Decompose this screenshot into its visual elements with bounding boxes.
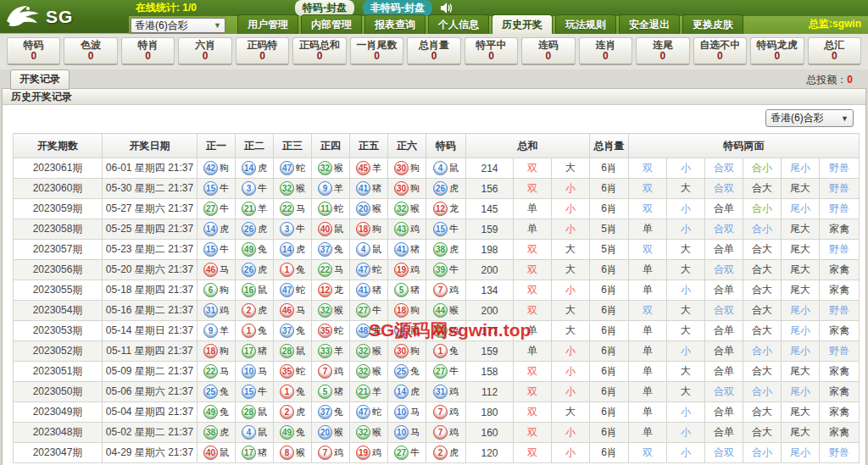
zodiac-label: 猴 <box>372 203 381 213</box>
two-sides-cell-3: 合双 <box>705 443 743 463</box>
tab-draw-record[interactable]: 开奖记录 <box>10 69 70 90</box>
zodiac-label: 狗 <box>372 224 381 234</box>
stat-box-正码总和[interactable]: 正码总和0 <box>292 37 346 65</box>
lottery-ball: 18 <box>356 222 370 236</box>
tab-internal-management[interactable]: 内部管理 <box>301 14 362 34</box>
stat-value: 0 <box>293 51 345 62</box>
lottery-ball: 21 <box>356 385 370 399</box>
table-header-row: 开奖期数 开奖日期 正一 正二 正三 正四 正五 正六 特码 总和 总肖量 特码… <box>14 134 860 158</box>
speaker-icon[interactable] <box>441 3 453 14</box>
stat-box-特肖[interactable]: 特肖0 <box>121 37 175 65</box>
stat-box-特码龙虎[interactable]: 特码龙虎0 <box>750 37 804 65</box>
tab-report-query[interactable]: 报表查询 <box>364 14 426 34</box>
stat-value: 0 <box>122 51 174 62</box>
two-sides-cell-5: 尾小 <box>782 301 820 321</box>
stat-box-连尾[interactable]: 连尾0 <box>636 37 689 65</box>
stat-label: 六肖 <box>179 39 231 51</box>
two-sides-cell-4: 合大 <box>743 179 782 199</box>
number-cell-6: 32猴 <box>388 199 426 219</box>
stat-box-总汇[interactable]: 总汇0 <box>808 37 861 65</box>
zodiac-label: 虎 <box>410 386 420 396</box>
lottery-ball: 27 <box>356 303 370 318</box>
zodiac-label: 猪 <box>258 447 267 457</box>
stat-value: 0 <box>236 51 288 62</box>
tab-rules[interactable]: 玩法规则 <box>555 14 616 34</box>
lottery-ball: 15 <box>242 385 256 399</box>
result-row: 2023050期05-06 星期六 21:3725兔15牛1兔5猪21羊14虎3… <box>14 382 860 402</box>
stat-box-特平中[interactable]: 特平中0 <box>465 37 518 65</box>
zodiac-label: 兔 <box>258 244 267 254</box>
tab-change-skin[interactable]: 更换皮肤 <box>682 14 743 34</box>
number-cell-2: 10马 <box>236 362 274 382</box>
sum-bigsmall-cell: 大 <box>552 301 590 321</box>
stat-box-连码[interactable]: 连码0 <box>521 37 575 65</box>
period-cell: 2023057期 <box>14 240 103 260</box>
zodiac-label: 虎 <box>296 244 305 254</box>
number-cell-3: 3牛 <box>274 219 312 240</box>
number-cell-5: 48龙 <box>350 321 388 341</box>
two-sides-cell-6: 家禽 <box>820 402 860 423</box>
lottery-ball: 26 <box>242 222 256 236</box>
history-panel: 历史开奖记录 香港(6)合彩 ▼ SG源码网sgwin.top 开奖期数 开奖日… <box>2 88 866 465</box>
number-cell-1: 40鼠 <box>198 443 236 463</box>
lottery-ball: 27 <box>203 202 218 216</box>
stat-box-总肖量[interactable]: 总肖量0 <box>407 37 460 65</box>
result-row: 2023049期05-04 星期四 21:3749兔28鼠2虎37兔47蛇10马… <box>14 402 860 423</box>
zodiac-label: 蛇 <box>296 366 305 376</box>
two-sides-cell-4: 合小 <box>743 341 782 362</box>
result-row: 2023048期05-02 星期二 21:3738虎4鼠49兔20猴32猴10马… <box>14 423 860 443</box>
zodiac-label: 鸡 <box>410 224 420 234</box>
tab-history-draw[interactable]: 历史开奖 <box>492 14 553 34</box>
zodiac-label: 狗 <box>220 163 229 173</box>
number-cell-1: 46马 <box>198 260 236 280</box>
lottery-select[interactable]: 香港(6)合彩 ▼ <box>131 18 225 33</box>
number-cell-3: 47蛇 <box>274 280 312 301</box>
zodiac-label: 鸡 <box>449 407 459 417</box>
panel-body: 香港(6)合彩 ▼ SG源码网sgwin.top 开奖期数 开奖日期 正一 正二… <box>3 105 865 465</box>
lottery-ball: 10 <box>394 425 409 440</box>
total-bet-value: 0 <box>847 74 853 86</box>
stat-label: 一肖尾数 <box>351 39 403 51</box>
stat-box-色波[interactable]: 色波0 <box>64 37 117 65</box>
stat-box-自选不中[interactable]: 自选不中0 <box>693 37 747 65</box>
panel-lottery-select[interactable]: 香港(6)合彩 ▼ <box>765 109 854 127</box>
result-row: 2023051期05-09 星期二 21:3722马10马35蛇7鸡32猴25兔… <box>14 362 860 382</box>
two-sides-cell-1: 单 <box>629 219 667 240</box>
zodiac-label: 猪 <box>410 285 420 295</box>
stat-box-正码特[interactable]: 正码特0 <box>236 37 289 65</box>
two-sides-cell-6: 家禽 <box>820 423 860 443</box>
zodiac-label: 羊 <box>220 325 229 335</box>
number-cell-2: 21羊 <box>236 199 274 219</box>
zodiac-label: 猴 <box>334 163 343 173</box>
lottery-ball: 38 <box>433 242 448 257</box>
stat-box-特码[interactable]: 特码0 <box>7 37 60 65</box>
two-sides-cell-1: 双 <box>629 199 667 219</box>
eagle-logo-icon <box>5 3 42 31</box>
sum-bigsmall-cell: 小 <box>552 179 590 199</box>
two-sides-cell-2: 小 <box>667 280 705 301</box>
lottery-ball: 18 <box>394 303 409 318</box>
lottery-ball: 7 <box>318 446 332 460</box>
stat-box-一肖尾数[interactable]: 一肖尾数0 <box>350 37 403 65</box>
stat-label: 总汇 <box>809 39 860 51</box>
tab-personal-info[interactable]: 个人信息 <box>428 14 489 34</box>
tab-user-management[interactable]: 用户管理 <box>237 14 298 34</box>
lottery-ball: 46 <box>280 303 294 318</box>
special-number-cell: 7鸡 <box>426 402 466 423</box>
lottery-ball: 44 <box>433 303 448 318</box>
zodiac-label: 牛 <box>449 224 459 234</box>
lottery-ball: 32 <box>356 364 370 379</box>
lottery-ball: 26 <box>242 263 256 277</box>
number-cell-4: 7鸡 <box>312 362 350 382</box>
sum-oddeven-cell: 单 <box>514 199 552 219</box>
tab-logout[interactable]: 安全退出 <box>619 14 680 34</box>
zodiac-label: 猪 <box>372 285 381 295</box>
zodiac-label: 龙 <box>372 325 381 335</box>
stat-box-连肖[interactable]: 连肖0 <box>579 37 632 65</box>
lottery-ball: 1 <box>433 344 448 358</box>
lottery-ball: 43 <box>394 222 409 236</box>
zodiac-label: 鼠 <box>334 224 343 234</box>
zodiac-label: 猪 <box>410 244 420 254</box>
stat-box-六肖[interactable]: 六肖0 <box>178 37 231 65</box>
two-sides-cell-3: 合单 <box>705 280 743 301</box>
